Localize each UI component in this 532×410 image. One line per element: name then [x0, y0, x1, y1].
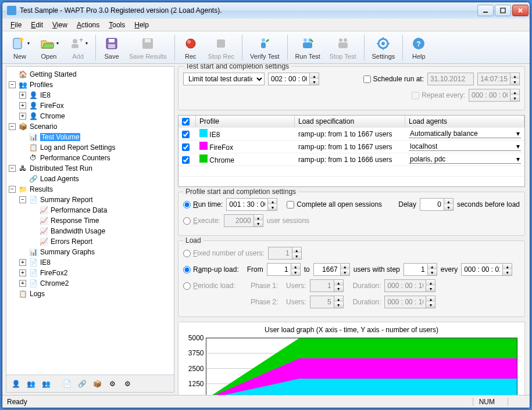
verify-test-button[interactable]: Verify Test — [246, 34, 284, 62]
row-checkbox[interactable] — [182, 131, 190, 138]
titlebar[interactable]: Test Sample - WAPT Pro 3.0 Registered ve… — [2, 2, 530, 19]
add-button[interactable]: +▾Add — [64, 34, 92, 62]
from-value[interactable] — [267, 264, 291, 275]
tree-chrome[interactable]: +👤Chrome — [18, 111, 173, 121]
schedule-label[interactable]: Schedule run at: — [363, 75, 424, 83]
tree-summary-report[interactable]: −📄Summary Report — [18, 195, 173, 205]
tree-logs[interactable]: 📋Logs — [8, 289, 173, 299]
limit-value[interactable] — [269, 73, 309, 85]
execute-radio-label[interactable]: Execute: — [183, 217, 220, 225]
expand-icon[interactable]: + — [19, 113, 26, 120]
schedule-checkbox[interactable] — [363, 75, 371, 83]
fixed-radio[interactable] — [183, 250, 191, 257]
tt-btn-4[interactable]: 📄 — [60, 377, 74, 391]
stop-rec-button[interactable]: Stop Rec — [204, 34, 238, 62]
tree-r-chrome2[interactable]: +📄Chrome2 — [18, 278, 173, 289]
close-button[interactable] — [512, 5, 529, 16]
maximize-button[interactable] — [495, 5, 511, 16]
periodic-radio[interactable] — [183, 282, 191, 290]
col-profile[interactable]: Profile — [196, 116, 295, 127]
tree-dist-run[interactable]: −🖧Distributed Test Run — [8, 163, 173, 174]
repeat-label[interactable]: Repeat every: — [412, 91, 465, 99]
tt-btn-5[interactable]: 🔗 — [75, 377, 89, 391]
delay-value[interactable] — [420, 199, 444, 210]
tree-results[interactable]: −📁Results — [8, 184, 173, 195]
to-value[interactable] — [314, 264, 340, 275]
tree-firefox[interactable]: +👤FireFox — [18, 100, 173, 111]
expand-icon[interactable]: + — [19, 92, 26, 99]
open-button[interactable]: ▾Open — [35, 34, 63, 62]
tree-load-agents[interactable]: 🔗Load Agents — [18, 174, 173, 184]
tree-test-volume[interactable]: 📊Test Volume — [18, 132, 173, 142]
menu-actions[interactable]: Actions — [72, 20, 104, 30]
tt-btn-7[interactable]: ⚙ — [105, 377, 119, 391]
runtime-radio-label[interactable]: Run time: — [183, 200, 223, 208]
tree-ie8[interactable]: +👤IE8 — [18, 90, 173, 100]
collapse-icon[interactable]: − — [9, 186, 16, 193]
tree-getting-started[interactable]: 🏠Getting Started — [8, 69, 173, 80]
settings-button[interactable]: Settings — [368, 34, 399, 62]
table-row[interactable]: IE8 ramp-up: from 1 to 1667 users Automa… — [178, 127, 524, 140]
collapse-icon[interactable]: − — [19, 196, 26, 203]
ramp-radio-label[interactable]: Ramp-up load: — [183, 265, 239, 274]
limit-select[interactable]: Limit total test duration: — [183, 73, 265, 85]
tt-btn-1[interactable]: 👤 — [9, 377, 23, 391]
row-checkbox[interactable] — [182, 143, 190, 151]
run-test-button[interactable]: Run Test — [291, 34, 324, 62]
limit-value-spinner[interactable]: ▲▼ — [268, 73, 319, 85]
tree-profiles[interactable]: −👥Profiles — [8, 80, 173, 90]
tree-r-ie8[interactable]: +📄IE8 — [18, 257, 173, 268]
save-button[interactable]: Save — [99, 34, 124, 62]
tree-r-firefox2[interactable]: +📄FireFox2 — [18, 268, 173, 278]
fixed-radio-label[interactable]: Fixed number of users: — [183, 249, 265, 257]
menu-edit[interactable]: Edit — [26, 20, 48, 30]
runtime-radio[interactable] — [183, 201, 191, 208]
rec-button[interactable]: Rec — [178, 34, 203, 62]
tree-scenario[interactable]: −📦Scenario — [8, 121, 173, 132]
expand-icon[interactable]: + — [19, 280, 26, 287]
tt-btn-6[interactable]: 📦 — [90, 377, 104, 391]
runtime-spinner[interactable]: ▲▼ — [226, 198, 277, 211]
tree-resp-time[interactable]: 📈Response Time — [28, 215, 173, 226]
agent-select[interactable]: Automatically balance▾ — [409, 130, 521, 138]
collapse-icon[interactable]: − — [9, 123, 16, 130]
select-all-checkbox[interactable] — [182, 118, 190, 125]
tree-perf-counters[interactable]: ⏱Performance Counters — [18, 153, 173, 163]
tree[interactable]: 🏠Getting Started −👥Profiles +👤IE8 +👤Fire… — [6, 67, 174, 375]
menu-view[interactable]: View — [48, 20, 72, 30]
collapse-icon[interactable]: − — [9, 165, 16, 172]
execute-radio[interactable] — [183, 217, 191, 225]
complete-sessions-label[interactable]: Complete all open sessions — [287, 200, 382, 208]
tt-btn-2[interactable]: 👥 — [24, 377, 38, 391]
row-checkbox[interactable] — [182, 156, 190, 164]
collapse-icon[interactable]: − — [9, 81, 16, 88]
complete-sessions-checkbox[interactable] — [287, 201, 294, 208]
runtime-value[interactable] — [227, 199, 267, 210]
stop-test-button[interactable]: Stop Test — [326, 34, 360, 62]
from-spinner[interactable]: ▲▼ — [267, 263, 301, 276]
help-button[interactable]: ?Help — [406, 34, 431, 62]
table-row[interactable]: Chrome ramp-up: from 1 to 1666 users pol… — [178, 153, 524, 166]
menu-tools[interactable]: Tools — [104, 20, 130, 30]
table-row[interactable]: FireFox ramp-up: from 1 to 1667 users lo… — [178, 140, 524, 153]
col-spec[interactable]: Load specification — [295, 116, 405, 127]
menu-help[interactable]: Help — [130, 20, 153, 30]
periodic-radio-label[interactable]: Periodic load: — [183, 282, 247, 290]
expand-icon[interactable]: + — [19, 269, 26, 276]
tree-perf-data[interactable]: 📈Performance Data — [28, 205, 173, 215]
minimize-button[interactable] — [477, 5, 494, 16]
tree-summary-graphs[interactable]: 📊Summary Graphs — [18, 247, 173, 257]
every-value[interactable] — [462, 264, 502, 275]
tree-bandwidth[interactable]: 📈Bandwidth Usage — [28, 226, 173, 236]
menu-file[interactable]: File — [6, 20, 26, 30]
ramp-radio[interactable] — [183, 266, 191, 274]
step-value[interactable] — [404, 264, 427, 275]
new-button[interactable]: ▾New — [6, 34, 34, 62]
tt-btn-3[interactable]: 👥 — [39, 377, 53, 391]
to-spinner[interactable]: ▲▼ — [313, 263, 350, 276]
tree-log-report[interactable]: 📋Log and Report Settings — [18, 142, 173, 153]
expand-icon[interactable]: + — [19, 102, 26, 109]
every-spinner[interactable]: ▲▼ — [461, 263, 512, 276]
tt-btn-8[interactable]: ⚙ — [120, 377, 134, 391]
delay-spinner[interactable]: ▲▼ — [420, 198, 454, 211]
